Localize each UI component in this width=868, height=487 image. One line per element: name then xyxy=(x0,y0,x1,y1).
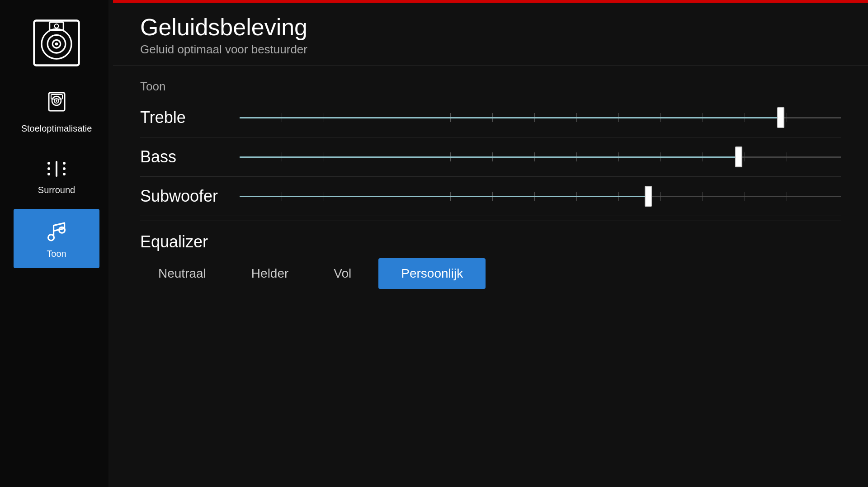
equalizer-label: Equalizer xyxy=(140,232,841,251)
subwoofer-track xyxy=(240,196,841,197)
svg-point-4 xyxy=(55,43,58,46)
music-note-icon xyxy=(44,218,69,245)
treble-fill xyxy=(240,117,781,118)
svg-rect-15 xyxy=(56,161,57,177)
treble-slider[interactable] xyxy=(240,106,841,129)
svg-point-16 xyxy=(63,162,66,165)
sidebar-item-label-stoeloptimalisatie: Stoeloptimalisatie xyxy=(21,123,92,134)
bass-slider[interactable] xyxy=(240,146,841,168)
svg-point-12 xyxy=(47,162,50,165)
header: Geluidsbeleving Geluid optimaal voor bes… xyxy=(113,0,868,66)
page-subtitle: Geluid optimaal voor bestuurder xyxy=(140,43,841,57)
surround-icon xyxy=(44,156,69,181)
eq-button-persoonlijk[interactable]: Persoonlijk xyxy=(378,258,486,289)
subwoofer-slider[interactable] xyxy=(240,185,841,208)
bass-track xyxy=(240,156,841,158)
section-label-toon: Toon xyxy=(140,80,841,94)
sidebar-item-label-surround: Surround xyxy=(38,185,75,195)
treble-label: Treble xyxy=(140,108,240,127)
bass-label: Bass xyxy=(140,147,240,166)
equalizer-section: Equalizer Neutraal Helder Vol Persoonlij… xyxy=(140,226,841,296)
eq-button-helder[interactable]: Helder xyxy=(233,258,307,289)
svg-point-18 xyxy=(63,173,66,175)
sidebar-item-surround[interactable]: Surround xyxy=(14,147,99,204)
subwoofer-label: Subwoofer xyxy=(140,187,240,206)
eq-button-neutraal[interactable]: Neutraal xyxy=(140,258,224,289)
section-divider xyxy=(140,221,841,221)
subwoofer-thumb[interactable] xyxy=(645,186,652,207)
bass-thumb[interactable] xyxy=(735,147,742,167)
bass-fill xyxy=(240,156,739,158)
bass-slider-row: Bass xyxy=(140,137,841,177)
sidebar-item-label-toon: Toon xyxy=(47,249,66,259)
svg-point-14 xyxy=(47,173,50,175)
page-title: Geluidsbeleving xyxy=(140,14,841,41)
svg-point-10 xyxy=(56,100,57,102)
treble-slider-row: Treble xyxy=(140,98,841,137)
equalizer-buttons: Neutraal Helder Vol Persoonlijk xyxy=(140,258,841,289)
svg-point-13 xyxy=(47,167,50,170)
content-area: Toon Treble xyxy=(113,66,868,487)
sidebar-item-stoeloptimalisatie[interactable]: Stoeloptimalisatie xyxy=(14,81,99,143)
main-speaker-icon xyxy=(32,18,81,68)
svg-point-6 xyxy=(55,24,59,28)
treble-track xyxy=(240,117,841,118)
subwoofer-fill xyxy=(240,196,648,197)
treble-thumb[interactable] xyxy=(777,107,784,128)
main-content: Geluidsbeleving Geluid optimaal voor bes… xyxy=(113,0,868,487)
red-accent-bar xyxy=(113,0,868,3)
svg-point-19 xyxy=(48,235,54,241)
sidebar-item-toon[interactable]: Toon xyxy=(14,209,99,268)
svg-point-17 xyxy=(63,167,66,170)
seat-speaker-icon xyxy=(44,90,69,120)
subwoofer-slider-row: Subwoofer xyxy=(140,177,841,216)
sidebar: Stoeloptimalisatie Surround Toon xyxy=(0,0,113,487)
eq-button-vol[interactable]: Vol xyxy=(316,258,369,289)
